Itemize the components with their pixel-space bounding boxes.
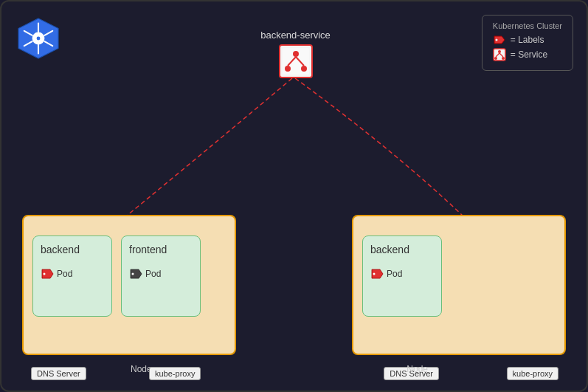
node-left: backend Pod frontend Pod	[22, 215, 236, 355]
pod-backend-right: backend Pod	[362, 235, 442, 317]
svg-point-24	[132, 273, 134, 275]
pods-row-left: backend Pod frontend Pod	[32, 235, 226, 317]
pod-tag-icon-backend-right	[370, 269, 384, 279]
pod-backend-left: backend Pod	[32, 235, 112, 317]
pod-label-backend-left: Pod	[57, 269, 72, 279]
proxy-badge-right: kube-proxy	[507, 367, 558, 380]
node-right: backend Pod	[352, 215, 566, 355]
legend-item-service: = Service	[493, 48, 562, 61]
pods-row-right: backend Pod	[362, 235, 556, 317]
pod-footer-frontend-left: Pod	[129, 269, 161, 279]
svg-point-23	[44, 273, 46, 275]
pod-label-backend-right: Pod	[387, 269, 402, 279]
pod-footer-backend-left: Pod	[41, 269, 72, 279]
svg-point-25	[373, 273, 376, 275]
proxy-badge-left: kube-proxy	[149, 367, 201, 380]
service-diagram-icon	[283, 48, 309, 75]
service-name-label: backend-service	[260, 30, 331, 41]
svg-point-13	[494, 57, 497, 60]
svg-point-19	[285, 66, 291, 72]
pod-frontend-left: frontend Pod	[121, 235, 201, 317]
legend: Kubernetes Cluster = Labels = Service	[482, 15, 573, 71]
pod-name-frontend-left: frontend	[129, 244, 167, 255]
main-container: Kubernetes Cluster = Labels = Service ba	[0, 0, 588, 392]
dns-badge-left: DNS Server	[31, 367, 86, 380]
node-label-right: Node	[407, 364, 428, 374]
pod-tag-icon-frontend-left	[129, 269, 142, 279]
service-icon	[279, 44, 313, 78]
svg-point-18	[293, 51, 299, 57]
service-label-container: backend-service	[1, 30, 588, 41]
svg-point-14	[502, 57, 505, 60]
service-legend-icon	[493, 48, 506, 61]
pod-label-frontend-left: Pod	[145, 269, 161, 279]
pod-name-backend-right: backend	[370, 244, 409, 255]
svg-point-12	[498, 50, 501, 53]
legend-service-text: = Service	[511, 49, 547, 60]
pod-footer-backend-right: Pod	[370, 269, 402, 279]
svg-point-20	[301, 66, 307, 72]
pod-tag-icon-backend-left	[41, 269, 54, 279]
pod-name-backend-left: backend	[41, 244, 80, 255]
